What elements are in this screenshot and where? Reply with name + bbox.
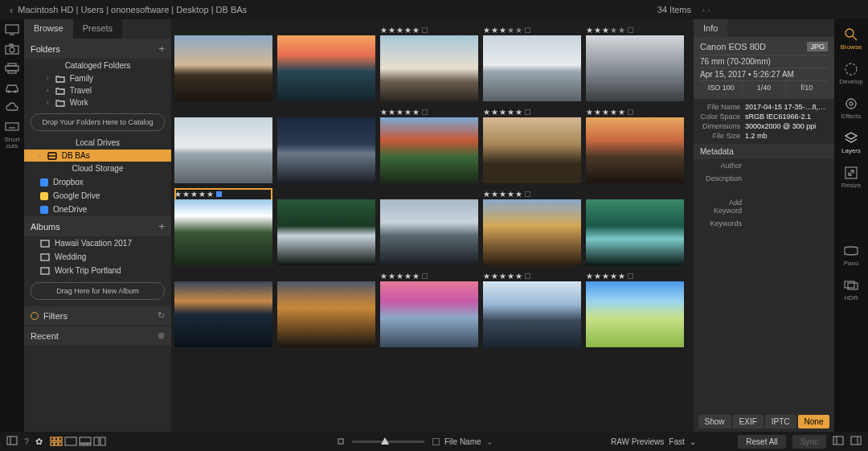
module-develop[interactable]: Develop xyxy=(839,62,862,85)
refresh-icon[interactable]: ↻ xyxy=(158,310,165,321)
module-effects[interactable]: Effects xyxy=(841,96,861,120)
folder-item[interactable]: ›Work xyxy=(24,96,171,109)
add-album-icon[interactable]: + xyxy=(158,220,165,232)
sort-dropdown-icon[interactable]: ⌄ xyxy=(486,437,493,446)
keyboard-icon[interactable] xyxy=(5,121,19,132)
rating-stars[interactable]: ★★★★★ xyxy=(483,106,581,117)
back-button[interactable]: ‹ xyxy=(10,4,13,16)
metadata-header[interactable]: Metadata xyxy=(694,144,834,159)
rating-stars[interactable]: ★★★★★ xyxy=(586,24,684,35)
albums-header[interactable]: Albums + xyxy=(24,216,171,236)
album-item[interactable]: Hawaii Vacation 2017 xyxy=(24,236,171,250)
cloud-item[interactable]: OneDrive xyxy=(24,203,171,216)
rating-stars[interactable]: ★★★★★ xyxy=(586,270,684,281)
sync-button[interactable]: Sync xyxy=(792,435,826,449)
view-grid[interactable] xyxy=(49,436,63,447)
thumbnail[interactable] xyxy=(277,24,375,101)
thumbnail[interactable]: ★★★★★ xyxy=(483,24,581,101)
thumbnail[interactable]: ★★★★★ xyxy=(483,270,581,347)
size-small-icon[interactable] xyxy=(338,437,344,446)
rating-stars[interactable]: ★★★★★ xyxy=(483,188,581,199)
thumbnail[interactable] xyxy=(277,188,375,265)
thumbnail[interactable]: ★★★★★ xyxy=(380,270,478,347)
thumbnail[interactable]: ★★★★★ xyxy=(483,188,581,265)
module-layers[interactable]: Layers xyxy=(841,131,861,154)
raw-dropdown-icon[interactable]: ⌄ xyxy=(690,437,696,446)
rating-stars[interactable] xyxy=(174,24,272,35)
sort-checkbox[interactable] xyxy=(432,438,440,445)
rating-stars[interactable] xyxy=(277,24,375,35)
view-filmstrip[interactable] xyxy=(78,436,92,447)
thumbnail[interactable]: ★★★★★ xyxy=(586,106,684,183)
tab-info[interactable]: Info xyxy=(694,19,727,37)
album-drop-zone[interactable]: Drag Here for New Album xyxy=(31,282,165,300)
folder-drop-zone[interactable]: Drop Your Folders Here to Catalog xyxy=(31,113,165,131)
view-single[interactable] xyxy=(63,436,78,447)
meta-none-button[interactable]: None xyxy=(798,415,830,428)
clear-recent-icon[interactable]: ⊗ xyxy=(158,330,165,341)
thumbnail[interactable] xyxy=(586,188,684,265)
view-compare[interactable] xyxy=(92,436,107,447)
album-item[interactable]: Wedding xyxy=(24,250,171,264)
rating-stars[interactable] xyxy=(174,106,272,117)
monitor-icon[interactable] xyxy=(5,24,19,35)
thumbnail[interactable]: ★★★★★ xyxy=(380,24,478,101)
panel-toggle-right-icon[interactable] xyxy=(833,436,844,447)
thumbnail[interactable]: ★★★★★ xyxy=(483,106,581,183)
thumbnail[interactable] xyxy=(174,270,272,347)
rating-stars[interactable] xyxy=(277,106,375,117)
car-icon[interactable] xyxy=(5,82,19,93)
meta-iptc-button[interactable]: IPTC xyxy=(765,415,796,428)
tab-presets[interactable]: Presets xyxy=(73,19,122,39)
folder-item[interactable]: ›Travel xyxy=(24,84,171,96)
recent-section[interactable]: Recent ⊗ xyxy=(24,326,171,345)
add-folder-icon[interactable]: + xyxy=(158,43,165,55)
module-browse[interactable]: Browse xyxy=(841,27,862,51)
rating-stars[interactable]: ★★★★★ xyxy=(586,106,684,117)
cloud-item[interactable]: Google Drive xyxy=(24,189,171,203)
rating-stars[interactable]: ★★★★★ xyxy=(380,270,478,281)
panel-toggle-icon[interactable] xyxy=(6,436,18,447)
settings-icon[interactable]: ✿ xyxy=(35,437,43,447)
dual-view-icon[interactable] xyxy=(850,436,862,447)
thumbnail[interactable]: ★★★★★ xyxy=(174,188,272,265)
thumbnail[interactable]: ★★★★★ xyxy=(586,270,684,347)
thumbnail[interactable] xyxy=(380,188,478,265)
nav-arrows[interactable]: ‹ › xyxy=(702,5,710,14)
reset-all-button[interactable]: Reset All xyxy=(738,435,785,449)
help-icon[interactable]: ? xyxy=(24,437,29,446)
filters-section[interactable]: Filters ↻ xyxy=(24,306,171,325)
rating-stars[interactable] xyxy=(174,270,272,281)
module-pano[interactable]: Pano xyxy=(844,244,859,267)
slider-handle-icon[interactable] xyxy=(381,437,389,445)
thumbnail[interactable] xyxy=(174,106,272,183)
meta-exif-button[interactable]: EXIF xyxy=(733,415,764,428)
rating-stars[interactable] xyxy=(380,188,478,199)
folder-item[interactable]: ›Family xyxy=(24,72,171,84)
album-item[interactable]: Work Trip Portland xyxy=(24,264,171,277)
rating-stars[interactable] xyxy=(277,270,375,281)
cloud-item[interactable]: Dropbox xyxy=(24,175,171,189)
thumbnail[interactable] xyxy=(174,24,272,101)
thumbnail[interactable]: ★★★★★ xyxy=(380,106,478,183)
module-hdr[interactable]: HDR xyxy=(844,278,858,301)
rating-stars[interactable] xyxy=(277,188,375,199)
folders-header[interactable]: Folders + xyxy=(24,39,171,59)
rating-stars[interactable]: ★★★★★ xyxy=(483,270,581,281)
cloud-icon[interactable] xyxy=(5,101,19,113)
rating-stars[interactable]: ★★★★★ xyxy=(380,106,478,117)
meta-show-button[interactable]: Show xyxy=(698,415,731,428)
module-resize[interactable]: Resize xyxy=(841,166,861,189)
rating-stars[interactable] xyxy=(586,188,684,199)
camera-icon[interactable] xyxy=(5,43,19,55)
thumbnail[interactable] xyxy=(277,106,375,183)
tab-browse[interactable]: Browse xyxy=(24,19,73,39)
thumbnail[interactable]: ★★★★★ xyxy=(586,24,684,101)
drive-selected[interactable]: › DB BAs xyxy=(24,150,171,162)
thumbnail[interactable] xyxy=(277,270,375,347)
rating-stars[interactable]: ★★★★★ xyxy=(174,188,272,199)
rating-stars[interactable]: ★★★★★ xyxy=(380,24,478,35)
rating-stars[interactable]: ★★★★★ xyxy=(483,24,581,35)
thumbnail-size-slider[interactable] xyxy=(352,441,424,443)
printer-icon[interactable] xyxy=(5,63,19,74)
